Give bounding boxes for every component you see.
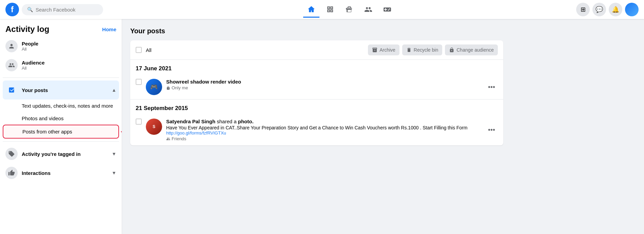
trash-icon (406, 47, 412, 53)
interactions-expand-icon[interactable]: ▼ (112, 170, 116, 176)
post-2-description: Have You Ever Appeared in CAT..Share You… (166, 125, 481, 130)
all-row-left: All (136, 47, 368, 53)
post-1-avatar-visual: 🎮 (146, 79, 162, 95)
post-2-avatar-visual: S (146, 119, 162, 135)
posts-other-apps-container: Posts from other apps (3, 125, 119, 139)
sidebar-item-audience[interactable]: Audience All (3, 56, 119, 75)
search-input[interactable] (36, 7, 98, 13)
recycle-bin-button[interactable]: Recycle bin (402, 44, 442, 55)
post-item-1: 🎮 Showreel shadow render video Only me •… (130, 75, 503, 100)
archive-button[interactable]: Archive (368, 44, 399, 55)
marketplace-nav-button[interactable] (341, 1, 357, 18)
people-icon (5, 40, 18, 52)
post-2-checkbox[interactable] (136, 119, 142, 125)
grid-menu-button[interactable]: ⊞ (576, 3, 590, 16)
sidebar-item-people-title: People (22, 41, 116, 47)
post-2-avatar: S (146, 119, 162, 135)
activity-tagged-expand-icon[interactable]: ▼ (112, 151, 116, 157)
sidebar-sub-text-updates[interactable]: Text updates, check-ins, notes and more (3, 100, 119, 112)
sidebar-title-area: Activity log Home (3, 24, 119, 37)
post-1-checkbox[interactable] (136, 79, 142, 85)
sidebar-divider-1 (3, 77, 119, 78)
search-bar[interactable]: 🔍 (22, 4, 103, 15)
sidebar-home-link[interactable]: Home (102, 26, 116, 32)
sidebar-activity-tagged-content: Activity you're tagged in (22, 151, 108, 157)
sidebar-item-your-posts-title: Your posts (22, 87, 108, 93)
date-1: 17 June 2021 (136, 65, 172, 72)
post-2-content: Satyendra Pal Singh shared a photo. Have… (166, 119, 481, 141)
sidebar-interactions-content: Interactions (22, 170, 108, 176)
post-2-privacy-icon (166, 137, 170, 141)
audience-icon (5, 59, 18, 71)
sidebar-item-interactions[interactable]: Interactions ▼ (3, 163, 119, 182)
section-title: Your posts (130, 27, 503, 35)
your-posts-collapse-icon[interactable]: ▲ (112, 87, 116, 93)
post-1-avatar: 🎮 (146, 79, 162, 95)
post-item-2: S Satyendra Pal Singh shared a photo. Ha… (130, 114, 503, 145)
pages-nav-button[interactable] (322, 1, 338, 18)
post-2-author: Satyendra Pal Singh (166, 119, 215, 124)
sidebar-item-people-subtitle: All (22, 47, 116, 52)
sidebar-item-audience-title: Audience (22, 60, 116, 66)
sidebar-sub-posts-other-apps[interactable]: Posts from other apps (3, 125, 119, 139)
home-nav-button[interactable] (303, 1, 319, 18)
sidebar-item-people-content: People All (22, 41, 116, 52)
main-content: Your posts All Archive (122, 19, 644, 234)
select-all-checkbox[interactable] (136, 47, 142, 53)
post-1-more-button[interactable]: ••• (485, 82, 498, 92)
post-1-title: Showreel shadow render video (166, 79, 481, 85)
post-1-privacy-icon (166, 86, 170, 90)
all-label: All (146, 47, 152, 53)
activity-tagged-icon (5, 148, 18, 160)
date-2: 21 September 2015 (136, 105, 188, 111)
search-icon: 🔍 (27, 7, 33, 12)
interactions-icon (5, 167, 18, 179)
gaming-nav-button[interactable] (379, 1, 395, 18)
post-1-privacy: Only me (166, 85, 481, 90)
sidebar-item-people[interactable]: People All (3, 37, 119, 56)
post-2-privacy-text: Friends (172, 136, 186, 141)
top-navigation: f 🔍 ⊞ 💬 🔔 (0, 0, 644, 19)
sidebar: Activity log Home People All Audience Al… (0, 19, 122, 234)
post-1-content: Showreel shadow render video Only me (166, 79, 481, 90)
notifications-button[interactable]: 🔔 (609, 3, 622, 16)
change-audience-label: Change audience (456, 47, 494, 53)
recycle-bin-label: Recycle bin (414, 47, 438, 53)
post-1-privacy-text: Only me (172, 85, 188, 90)
sidebar-sub-photos-videos[interactable]: Photos and videos (3, 112, 119, 125)
sidebar-interactions-title: Interactions (22, 170, 108, 176)
facebook-logo[interactable]: f (5, 3, 19, 16)
archive-label: Archive (379, 47, 395, 53)
sidebar-divider-2 (3, 141, 119, 142)
sidebar-item-audience-subtitle: All (22, 66, 116, 71)
post-2-privacy: Friends (166, 136, 481, 141)
post-2-shared-text: Satyendra Pal Singh shared a photo. (166, 119, 481, 124)
user-avatar[interactable] (625, 3, 639, 16)
groups-nav-button[interactable] (360, 1, 376, 18)
sidebar-item-activity-tagged[interactable]: Activity you're tagged in ▼ (3, 144, 119, 163)
date-section-1: 17 June 2021 (130, 60, 503, 75)
sidebar-item-your-posts-content: Your posts (22, 87, 108, 93)
sidebar-title-text: Activity log (5, 24, 49, 34)
sidebar-activity-tagged-title: Activity you're tagged in (22, 151, 108, 157)
all-row: All Archive Recycle bin Ch (130, 40, 503, 60)
action-buttons: Archive Recycle bin Change audience (368, 44, 498, 55)
posts-container: All Archive Recycle bin Ch (130, 40, 503, 145)
main-layout: Activity log Home People All Audience Al… (0, 0, 644, 234)
your-posts-icon (5, 84, 18, 96)
archive-icon (372, 47, 377, 53)
sidebar-item-audience-content: Audience All (22, 60, 116, 71)
date-section-2: 21 September 2015 (130, 100, 503, 114)
post-2-action: shared a photo. (217, 119, 253, 124)
content-inner: Your posts All Archive (130, 27, 503, 145)
change-audience-button[interactable]: Change audience (445, 44, 498, 55)
nav-center-section (128, 1, 571, 18)
sidebar-item-your-posts[interactable]: Your posts ▲ (3, 80, 119, 100)
lock-icon (449, 47, 454, 53)
messenger-button[interactable]: 💬 (592, 3, 606, 16)
post-2-link[interactable]: http://goo.gl/forms/fzfRVIGTXu (166, 130, 481, 136)
nav-left-section: f 🔍 (5, 3, 128, 16)
nav-right-section: ⊞ 💬 🔔 (571, 3, 639, 16)
post-2-more-button[interactable]: ••• (485, 125, 498, 135)
